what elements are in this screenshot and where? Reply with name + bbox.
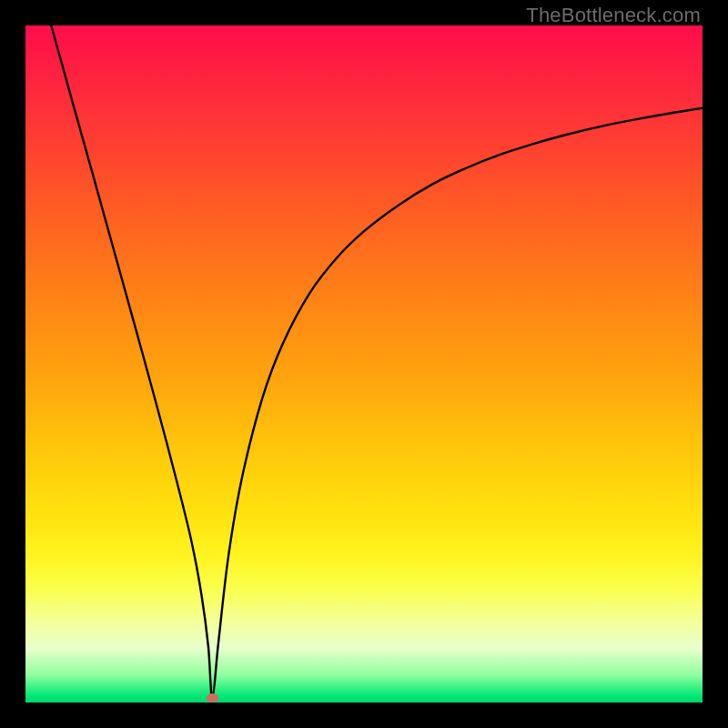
curve-svg bbox=[25, 25, 703, 703]
chart-frame: TheBottleneck.com bbox=[0, 0, 728, 728]
bottleneck-curve bbox=[51, 25, 703, 698]
plot-area bbox=[25, 25, 703, 703]
minimum-marker bbox=[207, 693, 218, 703]
watermark-text: TheBottleneck.com bbox=[526, 4, 701, 27]
